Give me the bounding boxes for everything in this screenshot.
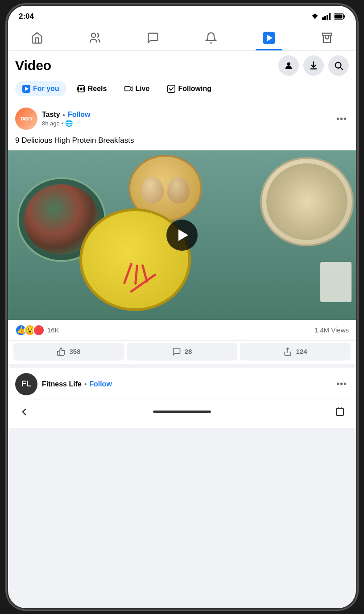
home-indicator[interactable] (153, 411, 211, 413)
reactions-group: 👍 😮 ❤️ 16K (15, 324, 59, 336)
nav-marketplace[interactable] (314, 29, 340, 47)
follow-btn-1[interactable]: Follow (68, 111, 91, 119)
post-card-1: TASTY Tasty • Follow 8h ago • 🌐 (8, 102, 356, 364)
like-icon (57, 347, 66, 356)
svg-point-7 (91, 33, 95, 37)
post-author-1: TASTY Tasty • Follow 8h ago • 🌐 (15, 108, 91, 130)
author-info-2: Fitness Life • Follow (42, 380, 112, 388)
person-icon (284, 61, 294, 71)
category-tabs: For you Reels Live Following (8, 78, 356, 102)
author-name-1: Tasty (42, 111, 60, 119)
person-button[interactable] (278, 55, 299, 76)
bell-icon (205, 32, 217, 44)
page-header: Video (8, 51, 356, 78)
video-play-icon (263, 32, 275, 44)
reactions-bar-1: 👍 😮 ❤️ 16K 1.4M Views (8, 320, 356, 341)
rotate-button[interactable] (324, 403, 356, 421)
avatar-fitness[interactable]: FL (15, 373, 37, 395)
home-icon (31, 32, 43, 44)
search-icon (334, 61, 343, 71)
following-icon (167, 85, 175, 93)
nav-friends[interactable] (82, 29, 108, 47)
svg-point-10 (287, 62, 290, 66)
reaction-count-1: 16K (47, 326, 59, 334)
svg-rect-0 (322, 17, 324, 20)
like-button-1[interactable]: 358 (13, 343, 124, 361)
tab-following[interactable]: Following (160, 81, 219, 96)
header-actions (278, 55, 349, 76)
comment-button-1[interactable]: 28 (127, 343, 237, 361)
svg-rect-22 (336, 408, 343, 415)
signal-icon (322, 13, 331, 20)
avatar-tasty[interactable]: TASTY (15, 108, 37, 130)
video-thumbnail-1[interactable] (8, 150, 356, 320)
globe-icon-1: 🌐 (65, 120, 73, 127)
svg-rect-1 (324, 16, 326, 20)
live-icon (124, 85, 132, 93)
feed: TASTY Tasty • Follow 8h ago • 🌐 (8, 102, 356, 399)
post-header-1: TASTY Tasty • Follow 8h ago • 🌐 (8, 102, 356, 133)
author-info-1: Tasty • Follow 8h ago • 🌐 (42, 111, 91, 127)
svg-rect-17 (83, 87, 85, 90)
post-header-2: FL Fitness Life • Follow ••• (8, 368, 356, 399)
status-icons (310, 13, 345, 20)
svg-rect-6 (335, 15, 343, 19)
wifi-icon (310, 13, 319, 20)
post-author-2: FL Fitness Life • Follow (15, 373, 112, 395)
share-button-1[interactable]: 124 (240, 343, 351, 361)
post-meta-1: 8h ago • 🌐 (42, 120, 91, 127)
svg-rect-5 (344, 16, 345, 18)
marketplace-icon (321, 32, 333, 44)
author-name-row-2: Fitness Life • Follow (42, 380, 112, 388)
search-button[interactable] (328, 55, 349, 76)
nav-messenger[interactable] (140, 29, 166, 47)
more-btn-2[interactable]: ••• (335, 377, 349, 391)
comment-count-1: 28 (185, 348, 192, 355)
for-you-icon (22, 85, 30, 93)
love-emoji: ❤️ (33, 324, 45, 336)
top-nav (8, 25, 356, 51)
share-count-1: 124 (296, 348, 307, 355)
follow-btn-2[interactable]: Follow (89, 380, 112, 388)
like-count-1: 358 (69, 348, 80, 355)
messenger-icon (147, 32, 159, 44)
tab-for-you[interactable]: For you (15, 81, 66, 96)
tab-reels-label: Reels (88, 85, 107, 93)
svg-rect-2 (327, 15, 328, 20)
svg-rect-16 (77, 87, 79, 90)
page-title: Video (15, 58, 51, 73)
action-buttons-1: 358 28 124 (8, 341, 356, 364)
download-button[interactable] (303, 55, 324, 76)
download-icon (309, 61, 318, 71)
comment-icon (172, 347, 181, 356)
svg-point-18 (80, 87, 82, 90)
back-button[interactable] (8, 403, 40, 421)
phone-frame: 2:04 (8, 6, 356, 608)
rotate-icon (335, 407, 345, 417)
bottom-nav (8, 399, 356, 428)
reels-icon (77, 85, 85, 93)
friends-icon (89, 32, 101, 44)
post-card-2: FL Fitness Life • Follow ••• (8, 368, 356, 399)
nav-notifications[interactable] (198, 29, 224, 47)
tab-live[interactable]: Live (117, 81, 157, 96)
nav-home[interactable] (24, 29, 50, 47)
nav-video[interactable] (256, 29, 282, 47)
author-name-2: Fitness Life (42, 380, 82, 388)
share-icon (283, 347, 292, 356)
svg-rect-20 (168, 85, 175, 92)
post-title-1: 9 Delicious High Protein Breakfasts (8, 133, 356, 150)
play-button-1[interactable] (166, 220, 198, 251)
svg-rect-19 (125, 87, 130, 91)
back-icon (19, 407, 29, 417)
svg-rect-3 (329, 13, 331, 20)
tab-live-label: Live (135, 85, 149, 93)
tab-following-label: Following (178, 85, 211, 93)
status-time: 2:04 (19, 12, 34, 21)
status-bar: 2:04 (8, 6, 356, 25)
tab-for-you-label: For you (33, 85, 59, 93)
battery-icon (334, 13, 345, 20)
svg-line-12 (340, 67, 343, 70)
more-btn-1[interactable]: ••• (335, 112, 349, 126)
tab-reels[interactable]: Reels (70, 81, 114, 96)
